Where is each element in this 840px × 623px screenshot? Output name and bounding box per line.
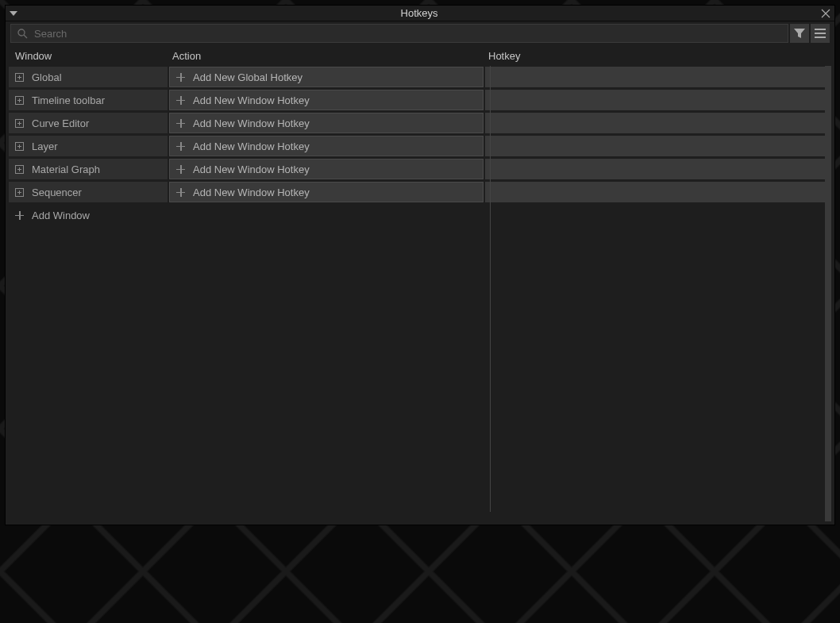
hotkeys-dialog: Hotkeys W xyxy=(5,5,835,525)
column-header-action[interactable]: Action xyxy=(169,50,485,62)
table-row: Material Graph Add New Window Hotkey xyxy=(9,158,831,180)
svg-rect-3 xyxy=(815,33,826,34)
window-cell-curve-editor[interactable]: Curve Editor xyxy=(9,113,168,133)
hotkey-cell[interactable] xyxy=(485,182,827,202)
filter-icon xyxy=(794,29,805,38)
expand-icon xyxy=(15,73,24,82)
titlebar: Hotkeys xyxy=(6,6,834,21)
window-label: Sequencer xyxy=(32,187,82,198)
table-row: Curve Editor Add New Window Hotkey xyxy=(9,112,831,134)
filter-button[interactable] xyxy=(790,24,809,43)
content-area: Window Action Hotkey Global Add New Glob… xyxy=(6,45,834,525)
column-header-hotkey[interactable]: Hotkey xyxy=(485,50,831,62)
dropdown-triangle-icon xyxy=(10,11,17,16)
hotkey-cell[interactable] xyxy=(485,113,827,133)
action-label: Add New Global Hotkey xyxy=(193,71,302,83)
table-row: Timeline toolbar Add New Window Hotkey xyxy=(9,89,831,111)
action-label: Add New Window Hotkey xyxy=(193,94,310,106)
plus-icon xyxy=(176,142,185,151)
vertical-scrollbar[interactable] xyxy=(825,66,831,521)
add-window-row: Add Window xyxy=(9,204,831,226)
expand-icon xyxy=(15,165,24,174)
svg-rect-4 xyxy=(815,37,826,38)
table-row: Sequencer Add New Window Hotkey xyxy=(9,181,831,203)
hotkey-cell[interactable] xyxy=(485,136,827,156)
hotkey-cell[interactable] xyxy=(485,67,827,87)
window-label: Material Graph xyxy=(32,163,100,175)
window-cell-layer[interactable]: Layer xyxy=(9,136,168,156)
window-label: Global xyxy=(32,71,62,83)
close-icon xyxy=(821,9,830,18)
add-window-hotkey-button[interactable]: Add New Window Hotkey xyxy=(169,113,484,133)
add-window-hotkey-button[interactable]: Add New Window Hotkey xyxy=(169,90,484,110)
expand-icon xyxy=(15,96,24,105)
add-window-hotkey-button[interactable]: Add New Window Hotkey xyxy=(169,159,484,179)
titlebar-menu-dropdown[interactable] xyxy=(6,6,21,21)
action-label: Add New Window Hotkey xyxy=(193,117,310,129)
window-label: Curve Editor xyxy=(32,117,89,129)
column-header-window[interactable]: Window xyxy=(9,50,169,62)
search-input[interactable] xyxy=(34,28,781,40)
plus-icon xyxy=(176,165,185,174)
search-box[interactable] xyxy=(10,24,788,43)
window-label: Layer xyxy=(32,140,58,152)
hotkey-cell[interactable] xyxy=(485,90,827,110)
table-header: Window Action Hotkey xyxy=(9,45,831,66)
hamburger-icon xyxy=(815,29,826,38)
hotkey-cell[interactable] xyxy=(485,159,827,179)
expand-icon xyxy=(15,142,24,151)
svg-point-0 xyxy=(18,29,25,36)
column-divider[interactable] xyxy=(490,66,491,512)
window-cell-sequencer[interactable]: Sequencer xyxy=(9,182,168,202)
action-label: Add New Window Hotkey xyxy=(193,163,310,175)
table-body: Global Add New Global Hotkey Timeline to… xyxy=(9,66,831,521)
menu-button[interactable] xyxy=(811,24,830,43)
add-window-hotkey-button[interactable]: Add New Window Hotkey xyxy=(169,136,484,156)
add-window-label: Add Window xyxy=(32,210,90,221)
action-label: Add New Window Hotkey xyxy=(193,140,310,152)
action-label: Add New Window Hotkey xyxy=(193,187,310,198)
plus-icon xyxy=(176,73,185,82)
add-global-hotkey-button[interactable]: Add New Global Hotkey xyxy=(169,67,484,87)
add-window-button[interactable]: Add Window xyxy=(9,205,168,225)
table-row: Global Add New Global Hotkey xyxy=(9,66,831,88)
plus-icon xyxy=(176,96,185,105)
expand-icon xyxy=(15,119,24,128)
table-row: Layer Add New Window Hotkey xyxy=(9,135,831,157)
window-cell-global[interactable]: Global xyxy=(9,67,168,87)
svg-rect-2 xyxy=(815,29,826,30)
svg-line-1 xyxy=(24,35,27,38)
plus-icon xyxy=(15,211,24,220)
window-cell-material-graph[interactable]: Material Graph xyxy=(9,159,168,179)
window-cell-timeline-toolbar[interactable]: Timeline toolbar xyxy=(9,90,168,110)
plus-icon xyxy=(176,188,185,197)
add-window-hotkey-button[interactable]: Add New Window Hotkey xyxy=(169,182,484,202)
expand-icon xyxy=(15,188,24,197)
search-icon xyxy=(17,29,28,39)
toolbar xyxy=(6,21,834,45)
window-label: Timeline toolbar xyxy=(32,94,105,106)
plus-icon xyxy=(176,119,185,128)
dialog-title: Hotkeys xyxy=(21,7,817,19)
close-button[interactable] xyxy=(817,6,834,21)
